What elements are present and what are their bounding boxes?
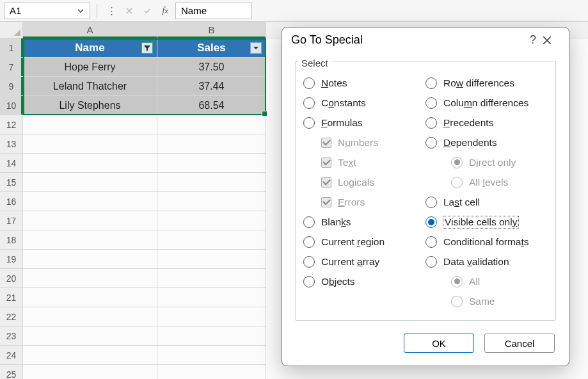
- close-icon[interactable]: [542, 35, 560, 45]
- option-all-levels: All levels: [425, 172, 548, 192]
- option-row-differences[interactable]: Row differences: [425, 73, 548, 93]
- chevron-down-icon[interactable]: [77, 7, 84, 15]
- option-column-differences[interactable]: Column differences: [425, 93, 548, 113]
- option-conditional-formats[interactable]: Conditional formats: [425, 232, 548, 252]
- cell[interactable]: Hope Ferry: [23, 58, 157, 77]
- fx-icon[interactable]: fx: [157, 3, 173, 19]
- cell[interactable]: Lily Stephens: [23, 96, 157, 115]
- row-header[interactable]: 21: [0, 288, 23, 307]
- formula-text: Name: [181, 5, 207, 16]
- row-header[interactable]: 15: [0, 173, 23, 192]
- table-row: 25: [0, 365, 588, 379]
- help-icon[interactable]: ?: [524, 33, 542, 47]
- option-direct-only: Direct only: [425, 152, 548, 172]
- select-all-corner[interactable]: [0, 22, 23, 38]
- option-all: All: [425, 271, 548, 291]
- option-visible-cells[interactable]: Visible cells only: [425, 212, 548, 232]
- row-header[interactable]: 9: [0, 77, 23, 96]
- option-text: Text: [303, 152, 425, 172]
- go-to-special-dialog: Go To Special ? Select Notes Constants F…: [282, 27, 569, 366]
- row-header[interactable]: 23: [0, 327, 23, 346]
- row-header[interactable]: 24: [0, 346, 23, 365]
- row-header[interactable]: 12: [0, 115, 23, 134]
- row-header[interactable]: 25: [0, 365, 23, 379]
- option-formulas[interactable]: Formulas: [303, 113, 425, 133]
- header-cell-name[interactable]: Name: [23, 38, 157, 58]
- filter-active-icon[interactable]: [141, 42, 153, 54]
- option-constants[interactable]: Constants: [303, 93, 425, 113]
- row-header[interactable]: 16: [0, 192, 23, 211]
- option-notes[interactable]: Notes: [303, 73, 425, 93]
- filter-dropdown-icon[interactable]: [250, 42, 262, 54]
- column-header-a[interactable]: A: [23, 22, 157, 38]
- option-logicals: Logicals: [303, 172, 425, 192]
- row-header[interactable]: 22: [0, 307, 23, 327]
- row-header[interactable]: 17: [0, 211, 23, 230]
- option-blanks[interactable]: Blanks: [303, 212, 425, 232]
- cell[interactable]: 37.50: [157, 58, 266, 77]
- option-objects[interactable]: Objects: [303, 271, 425, 291]
- cell[interactable]: 68.54: [157, 96, 266, 115]
- row-header[interactable]: 13: [0, 134, 23, 154]
- row-header[interactable]: 19: [0, 250, 23, 269]
- cancel-button[interactable]: Cancel: [484, 334, 555, 353]
- row-header[interactable]: 14: [0, 154, 23, 173]
- row-header[interactable]: 10: [0, 96, 23, 115]
- option-current-region[interactable]: Current region: [303, 232, 425, 252]
- cell-reference: A1: [10, 5, 21, 16]
- formula-input[interactable]: Name: [175, 3, 252, 19]
- option-same: Same: [425, 291, 548, 311]
- option-current-array[interactable]: Current array: [303, 252, 425, 271]
- option-numbers: Numbers: [303, 133, 425, 152]
- more-icon[interactable]: ⋮: [104, 3, 119, 19]
- header-cell-sales[interactable]: Sales: [157, 38, 266, 58]
- row-header[interactable]: 18: [0, 230, 23, 250]
- group-label: Select: [295, 56, 556, 67]
- name-box[interactable]: A1: [4, 3, 90, 19]
- cell[interactable]: 37.44: [157, 77, 266, 96]
- column-header-b[interactable]: B: [157, 22, 266, 38]
- option-data-validation[interactable]: Data validation: [425, 252, 548, 271]
- accept-formula-icon[interactable]: [139, 3, 155, 19]
- row-header[interactable]: 7: [0, 58, 23, 77]
- row-header[interactable]: 1: [0, 38, 23, 58]
- ok-button[interactable]: OK: [404, 334, 474, 353]
- separator: [97, 4, 97, 18]
- row-header[interactable]: 20: [0, 269, 23, 288]
- dialog-titlebar: Go To Special ?: [282, 28, 569, 52]
- cancel-formula-icon[interactable]: [122, 3, 137, 19]
- option-precedents[interactable]: Precedents: [425, 113, 548, 133]
- option-dependents[interactable]: Dependents: [425, 133, 548, 152]
- option-last-cell[interactable]: Last cell: [425, 192, 548, 212]
- option-errors: Errors: [303, 192, 425, 212]
- dialog-title: Go To Special: [291, 33, 363, 47]
- formula-bar: A1 ⋮ fx Name: [0, 0, 588, 22]
- cell[interactable]: Leland Thatcher: [23, 77, 157, 96]
